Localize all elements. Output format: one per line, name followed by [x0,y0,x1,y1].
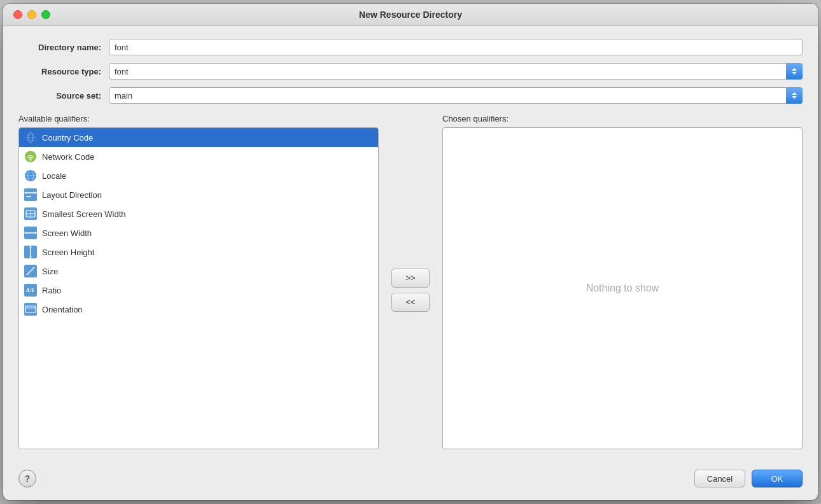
smallest-screen-width-icon [24,207,37,220]
locale-icon [24,169,37,182]
svg-rect-12 [24,188,37,201]
maximize-button[interactable] [41,10,50,19]
directory-name-input[interactable] [109,39,803,55]
qualifier-item-size[interactable]: Size [19,262,378,281]
qualifier-item-layout-direction[interactable]: Layout Direction [19,185,378,204]
country-code-icon [24,131,37,144]
dialog-title: New Resource Directory [359,10,462,20]
qualifier-label-locale: Locale [42,171,66,181]
qualifier-item-orientation[interactable]: Orientation [19,300,378,319]
available-qualifiers-label: Available qualifiers: [18,114,379,123]
resource-type-select[interactable]: font [109,63,803,80]
ok-button[interactable]: OK [752,470,803,487]
chosen-qualifiers-panel: Chosen qualifiers: Nothing to show [442,114,803,449]
traffic-lights [13,10,50,19]
qualifier-item-network-code[interactable]: Network Code [19,147,378,166]
transfer-buttons: >> << [386,114,435,449]
qualifier-label-size: Size [42,267,58,276]
qualifier-label-screen-height: Screen Height [42,248,94,257]
add-qualifier-button[interactable]: >> [391,269,430,288]
svg-text:4:1: 4:1 [26,287,34,293]
help-button[interactable]: ? [18,470,36,487]
resource-type-wrapper: font [109,63,803,80]
source-set-label: Source set: [18,91,101,101]
dialog-window: New Resource Directory Directory name: R… [3,4,818,500]
size-icon [24,265,37,277]
dialog-content: Directory name: Resource type: font Sour… [3,26,818,462]
source-set-row: Source set: main [18,87,803,104]
remove-qualifier-button[interactable]: << [391,293,430,312]
qualifier-item-ratio[interactable]: 4:1 Ratio [19,281,378,300]
cancel-button[interactable]: Cancel [694,470,745,487]
available-qualifiers-panel: Available qualifiers: Coun [18,114,379,449]
resource-type-row: Resource type: font [18,63,803,80]
qualifier-label-network-code: Network Code [42,152,94,162]
qualifier-item-country-code[interactable]: Country Code [19,128,378,147]
directory-name-label: Directory name: [18,43,101,52]
chosen-qualifiers-list: Nothing to show [442,127,803,449]
source-set-select[interactable]: main [109,87,803,104]
network-code-icon [24,150,37,163]
close-button[interactable] [13,10,22,19]
empty-chosen-text: Nothing to show [586,283,659,294]
dialog-footer: ? Cancel OK [3,462,818,500]
directory-name-row: Directory name: [18,39,803,55]
source-set-wrapper: main [109,87,803,104]
qualifier-item-smallest-screen-width[interactable]: Smallest Screen Width [19,204,378,223]
svg-point-6 [30,159,32,161]
qualifier-label-ratio: Ratio [42,286,61,295]
chosen-qualifiers-label: Chosen qualifiers: [442,114,803,123]
footer-action-buttons: Cancel OK [694,470,803,487]
screen-width-icon [24,227,37,239]
orientation-icon [24,303,37,316]
qualifier-item-screen-width[interactable]: Screen Width [19,223,378,242]
screen-height-icon [24,246,37,258]
qualifier-label-orientation: Orientation [42,305,83,314]
qualifier-label-country-code: Country Code [42,133,93,143]
resource-type-label: Resource type: [18,67,101,76]
qualifier-label-screen-width: Screen Width [42,228,92,238]
layout-direction-icon [24,188,37,201]
available-qualifiers-list: Country Code Network Code [18,127,379,449]
minimize-button[interactable] [27,10,36,19]
qualifier-item-locale[interactable]: Locale [19,166,378,185]
title-bar: New Resource Directory [3,4,818,26]
ratio-icon: 4:1 [24,284,37,297]
qualifiers-section: Available qualifiers: Coun [18,114,803,449]
qualifier-item-screen-height[interactable]: Screen Height [19,242,378,262]
qualifier-label-smallest-screen-width: Smallest Screen Width [42,209,126,219]
qualifier-label-layout-direction: Layout Direction [42,190,102,200]
svg-rect-35 [24,303,37,316]
